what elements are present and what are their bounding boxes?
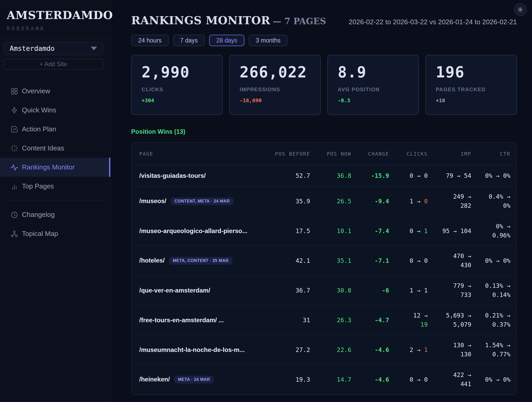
column-header-imp: IMP [428,143,471,165]
table-row[interactable]: /que-ver-en-amsterdam/36.730.8-61 → 1779… [131,276,517,305]
stat-label: AVG POSITION [338,87,408,93]
ctr-cell: 0% → 0% [471,165,517,186]
imp-after: 441 [460,381,471,387]
table-row[interactable]: /hoteles/META, CONTENT · 25 MAR42.135.1-… [131,246,517,276]
clock-icon [10,211,18,219]
time-range-tabs: 24 hours7 days28 days3 months [131,35,517,46]
clicks-after: 0 [424,376,428,383]
ctr-cell: 0.4% →0% [471,186,517,216]
sidebar-item-top-pages[interactable]: Top Pages [0,177,110,196]
table-row[interactable]: /free-tours-en-amsterdam/ ...3126.3-4.71… [131,305,517,335]
pos-before-cell: 36.7 [271,276,310,305]
pos-now-cell: 26.3 [310,305,351,335]
site-selector-dropdown[interactable]: Amsterdamdo [3,42,104,55]
imp-before: 95 → [442,228,460,234]
section-title: Position Wins (13) [131,128,517,135]
sidebar-item-rankings-monitor[interactable]: Rankings Monitor [0,158,110,177]
lightning-icon [10,106,18,114]
sidebar-item-quick-wins[interactable]: Quick Wins [0,101,110,120]
sidebar-item-action-plan[interactable]: Action Plan [0,120,110,139]
table-row[interactable]: /museumnacht-la-noche-de-los-m...27.222.… [131,335,517,365]
table-row[interactable]: /museo-arqueologico-allard-pierso...17.5… [131,216,517,246]
clicks-cell: 0 → 0 [389,246,428,276]
stat-value: 266,022 [240,64,310,81]
imp-cell: 249 →282 [428,186,471,216]
change-cell: -6 [351,276,389,305]
activity-icon [10,163,18,171]
imp-cell: 130 →130 [428,335,471,365]
sidebar-item-overview[interactable]: Overview [0,82,110,101]
fix-badge: CONTENT, META · 24 MAR [171,197,234,205]
imp-after: 430 [460,262,471,269]
clicks-cell: 12 →19 [389,305,428,335]
table-row[interactable]: /heineken/META · 24 MAR19.314.7-4.60 → 0… [131,365,517,394]
ctr-after: 0.96% [492,232,510,239]
fix-badge: META · 24 MAR [174,376,214,383]
page-cell: /hoteles/META, CONTENT · 25 MAR [131,246,271,276]
pos-before-cell: 42.1 [271,246,310,276]
pos-now-cell: 30.8 [310,276,351,305]
stat-label: PAGES TRACKED [436,87,506,93]
stat-value: 8.9 [338,64,408,81]
clicks-after: 1 [424,287,428,294]
imp-after: 5,079 [453,321,471,328]
imp-before: 79 → [446,172,464,179]
page-title: RANKINGS MONITOR [131,14,270,27]
pos-before-cell: 17.5 [271,216,310,246]
logo-block: AMSTERDAMDO ROBORANK [0,0,110,38]
sidebar-item-label: Content Ideas [22,144,64,152]
pos-now-cell: 26.5 [310,186,351,216]
sidebar-item-topical-map[interactable]: Topical Map [0,224,110,243]
imp-cell: 470 →430 [428,246,471,276]
sidebar-item-changelog[interactable]: Changelog [0,205,110,224]
imp-cell: 5,693 →5,079 [428,305,471,335]
clicks-before: 0 → [410,172,424,179]
imp-before: 5,693 → [446,312,471,319]
imp-before: 779 → [453,282,471,289]
clicks-cell: 2 → 1 [389,335,428,365]
column-header-ctr: CTR [471,143,517,165]
sidebar-item-label: Top Pages [22,182,54,190]
page-path: /museos/ [139,197,166,204]
time-range-24-hours[interactable]: 24 hours [131,35,169,46]
clicks-after: 0 [424,172,428,179]
pos-now-cell: 35.1 [310,246,351,276]
sidebar-nav-divider [7,200,104,201]
ctr-cell: 0.13% →0.14% [471,276,517,305]
pos-before-cell: 31 [271,305,310,335]
imp-cell: 422 →441 [428,365,471,394]
sidebar-item-label: Rankings Monitor [22,163,75,171]
column-header-clicks: CLICKS [389,143,428,165]
ctr-cell: 0.21% →0.37% [471,305,517,335]
chevron-down-icon [91,47,97,50]
ctr-before: 0.4% → [489,193,510,200]
sidebar-item-label: Overview [22,87,50,95]
change-cell: -7.4 [351,216,389,246]
add-site-button[interactable]: + Add Site [3,59,104,70]
stat-card-pages-tracked: 196PAGES TRACKED+16 [425,55,517,115]
time-range-3-months[interactable]: 3 months [249,35,288,46]
change-cell: -9.4 [351,186,389,216]
time-range-28-days[interactable]: 28 days [209,35,244,46]
stat-delta: -16,690 [240,97,310,103]
clicks-after: 1 [424,228,428,234]
sidebar: AMSTERDAMDO ROBORANK Amsterdamdo + Add S… [0,0,111,402]
imp-after: 104 [460,228,471,234]
imp-after: 54 [464,172,471,179]
sidebar-item-content-ideas[interactable]: Content Ideas [0,139,110,158]
clicks-cell: 0 → 0 [389,165,428,186]
table-row[interactable]: /visitas-guiadas-tours/52.736.8-15.90 → … [131,165,517,186]
stat-delta: +16 [436,97,506,103]
sidebar-nav: OverviewQuick WinsAction PlanContent Ide… [0,74,110,196]
brand-name: ROBORANK [7,26,104,31]
main-content: RANKINGS MONITOR— 7 PAGES 2026-02-22 to … [111,0,532,402]
time-range-7-days[interactable]: 7 days [173,35,205,46]
theme-toggle-button[interactable] [514,3,527,16]
table-header-row: PAGEPOS BEFOREPOS NOWCHANGECLICKSIMPCTR [131,143,517,165]
column-header-pos-before: POS BEFORE [271,143,310,165]
table-row[interactable]: /museos/CONTENT, META · 24 MAR35.926.5-9… [131,186,517,216]
page-path: /museumnacht-la-noche-de-los-m... [139,346,245,353]
stat-value: 196 [436,64,506,81]
stat-value: 2,990 [142,64,212,81]
pos-before-cell: 52.7 [271,165,310,186]
